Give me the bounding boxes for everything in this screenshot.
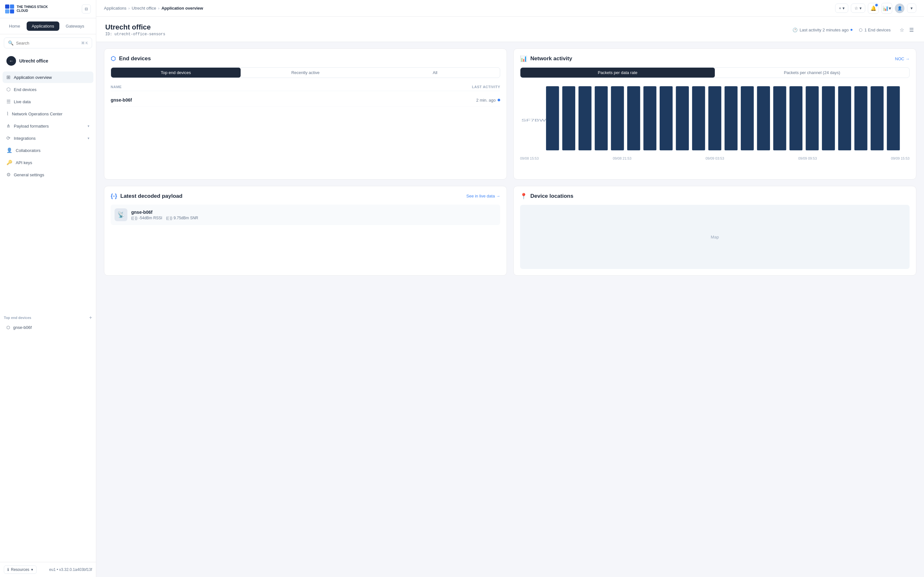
content-grid: ⬡ End devices Top end devices Recently a… — [96, 42, 924, 282]
bookmark-button[interactable]: ☆ ▾ — [851, 3, 865, 13]
device-locations-map: Map — [520, 205, 909, 269]
device-locations-title: 📍 Device locations — [520, 193, 573, 200]
svg-rect-21 — [887, 86, 900, 150]
resources-button[interactable]: ℹ Resources ▾ — [4, 566, 37, 574]
sidebar-item-end-devices[interactable]: ⬡ End devices — [3, 84, 94, 95]
page-menu-button[interactable]: ☰ — [908, 26, 915, 34]
chevron-down-icon-2: ▾ — [87, 136, 89, 140]
sidebar-item-payload-formatters[interactable]: ⋔ Payload formatters ▾ — [3, 120, 94, 132]
noc-link[interactable]: NOC → — [895, 56, 910, 61]
formatters-icon: ⋔ — [6, 123, 11, 129]
payload-card-header: {-} Latest decoded payload See in live d… — [111, 193, 500, 199]
end-devices-card-title: ⬡ End devices — [111, 55, 151, 62]
page-header-meta: 🕐 Last activity 2 minutes ago ⬡ 1 End de… — [792, 27, 891, 32]
breadcrumb-sep-2: › — [158, 6, 160, 11]
sidebar-back-label: Utrecht office — [19, 58, 48, 63]
col-last-activity: LAST ACTIVITY — [472, 85, 500, 89]
last-activity-text: Last activity 2 minutes ago — [800, 27, 849, 32]
end-devices-card-header: ⬡ End devices — [111, 55, 500, 62]
svg-rect-20 — [871, 86, 884, 150]
x-label-1: 09/08 15:53 — [520, 156, 539, 160]
settings-icon: ⚙ — [6, 172, 11, 177]
sidebar-footer: ℹ Resources ▾ eu1 • v3.32.0.1a403bf13f — [0, 562, 96, 577]
end-devices-card: ⬡ End devices Top end devices Recently a… — [104, 48, 507, 179]
devices-icon: ⬡ — [6, 87, 11, 92]
end-devices-count-item[interactable]: ⬡ 1 End devices — [859, 27, 891, 32]
activity-icon: 🕐 — [792, 27, 798, 32]
tab-home[interactable]: Home — [4, 21, 25, 31]
tab-packets-channel[interactable]: Packets per channel (24 days) — [715, 68, 909, 77]
breadcrumb-application[interactable]: Utrecht office — [132, 6, 156, 11]
chart-bars: SF7BW1... — [520, 83, 909, 153]
svg-rect-15 — [790, 86, 803, 150]
logo-area: THE THINGS STACK CLOUD — [5, 5, 48, 13]
noc-icon: ⌇ — [6, 111, 9, 117]
plus-icon: + — [838, 6, 841, 11]
sidebar-item-collaborators[interactable]: 👤 Collaborators — [3, 145, 94, 156]
tab-top-end-devices[interactable]: Top end devices — [111, 68, 241, 77]
svg-rect-17 — [822, 86, 835, 150]
user-avatar-button[interactable]: 👤 — [895, 3, 905, 13]
page-id: ID: utrecht-office-sensors — [105, 32, 165, 37]
topbar-actions: + ▾ ☆ ▾ 🔔 📊 ▾ 👤 ▾ — [835, 3, 916, 14]
sidebar-item-overview[interactable]: ⊞ Application overview — [3, 71, 94, 83]
tab-all-devices[interactable]: All — [370, 68, 500, 77]
payload-device-row[interactable]: 📡 gnse-b06f ((·)) -54dBm RSSI ((·)) 9.75… — [111, 205, 500, 225]
sidebar-item-api-keys[interactable]: 🔑 API keys — [3, 157, 94, 168]
sidebar-item-integrations[interactable]: ⟳ Integrations ▾ — [3, 132, 94, 144]
svg-rect-5 — [627, 86, 640, 150]
sidebar-item-noc[interactable]: ⌇ Network Operations Center — [3, 108, 94, 119]
tab-applications[interactable]: Applications — [27, 21, 59, 31]
device-locations-card: 📍 Device locations Map — [513, 186, 916, 276]
signal-icon: ((·)) — [131, 216, 137, 220]
logo-sq-1 — [5, 5, 9, 9]
sidebar-item-live-data[interactable]: ☰ Live data — [3, 96, 94, 107]
tab-packets-data-rate[interactable]: Packets per data rate — [520, 68, 715, 77]
dashboard-button[interactable]: 📊 ▾ — [881, 3, 892, 14]
breadcrumb-applications[interactable]: Applications — [104, 6, 126, 11]
user-menu-button[interactable]: ▾ — [907, 3, 916, 13]
add-device-button[interactable]: + — [89, 315, 92, 321]
bookmark-chevron-icon: ▾ — [859, 6, 862, 11]
sidebar-item-general-settings[interactable]: ⚙ General settings — [3, 169, 94, 181]
page-bookmark-button[interactable]: ☆ — [898, 26, 905, 34]
end-devices-count: 1 End devices — [864, 27, 891, 32]
tab-recently-active[interactable]: Recently active — [241, 68, 370, 77]
page-header-icons: ☆ ☰ — [898, 26, 915, 34]
device-filter-tabs: Top end devices Recently active All — [111, 67, 500, 78]
see-live-data-link[interactable]: See in live data → — [466, 193, 500, 198]
end-devices-card-icon: ⬡ — [111, 55, 116, 62]
add-button[interactable]: + ▾ — [835, 3, 848, 13]
logo-sq-4 — [10, 9, 14, 13]
top-end-devices-section: Top end devices + — [0, 311, 96, 322]
svg-rect-1 — [562, 86, 575, 150]
network-activity-card-header: 📊 Network activity NOC → — [520, 55, 909, 62]
sidebar: THE THINGS STACK CLOUD ⊟ Home Applicatio… — [0, 0, 96, 577]
search-input[interactable] — [16, 41, 79, 45]
svg-rect-0 — [546, 86, 559, 150]
device-row[interactable]: gnse-b06f 2 min. ago — [111, 93, 500, 107]
user-menu-chevron-icon: ▾ — [911, 6, 913, 11]
snr-icon: ((·)) — [166, 216, 172, 220]
x-label-5: 09/09 15:53 — [891, 156, 909, 160]
x-label-4: 09/09 09:53 — [798, 156, 817, 160]
topbar: Applications › Utrecht office › Applicat… — [96, 0, 924, 17]
map-placeholder-text: Map — [711, 235, 719, 239]
breadcrumb-current: Application overview — [162, 6, 203, 11]
logo-sq-2 — [10, 5, 14, 9]
chart-x-labels: 09/08 15:53 09/08 21:53 09/09 03:53 09/0… — [520, 155, 909, 160]
sidebar-back-button[interactable]: ← Utrecht office — [3, 53, 94, 69]
latest-payload-card: {-} Latest decoded payload See in live d… — [104, 186, 507, 276]
collaborators-icon: 👤 — [6, 147, 13, 153]
sidebar-devices-list: ⬡ gnse-b06f — [0, 322, 96, 562]
payload-device-info: gnse-b06f ((·)) -54dBm RSSI ((·)) 9.75dB… — [131, 210, 198, 220]
sidebar-collapse-button[interactable]: ⊟ — [82, 5, 91, 13]
notifications-button[interactable]: 🔔 — [868, 3, 879, 14]
tab-gateways[interactable]: Gateways — [61, 21, 89, 31]
svg-rect-10 — [708, 86, 721, 150]
svg-rect-4 — [611, 86, 624, 150]
version-label: eu1 • v3.32.0.1a403bf13f — [49, 567, 92, 572]
logo-text: THE THINGS STACK CLOUD — [17, 5, 48, 13]
sidebar-device-gnse-b06f[interactable]: ⬡ gnse-b06f — [3, 322, 94, 332]
svg-rect-18 — [838, 86, 851, 150]
